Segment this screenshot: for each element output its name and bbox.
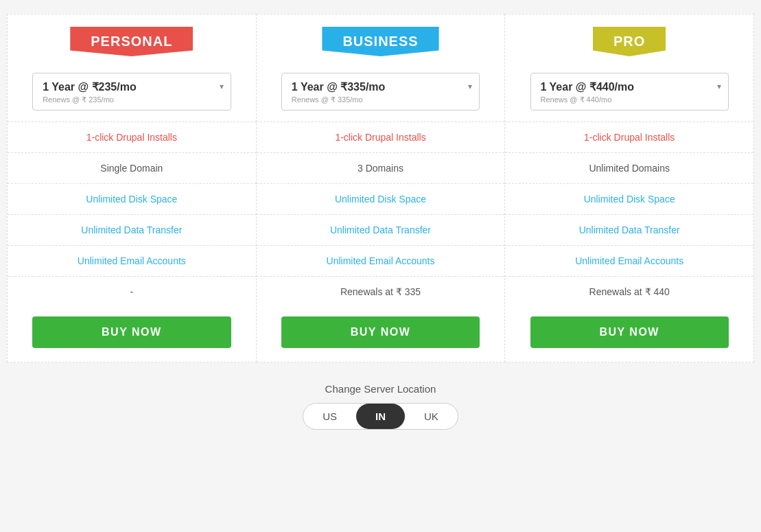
feature-row-personal-1: Single Domain (8, 152, 256, 183)
price-box-personal[interactable]: 1 Year @ ₹235/moRenews @ ₹ 235/mo▾ (32, 73, 231, 111)
badge-pro: PRO (593, 27, 666, 56)
buy-now-button-pro[interactable]: BUY NOW (530, 316, 729, 348)
plan-column-business: BUSINESS1 Year @ ₹335/moRenews @ ₹ 335/m… (257, 14, 506, 362)
plans-container: PERSONAL1 Year @ ₹235/moRenews @ ₹ 235/m… (7, 14, 754, 362)
badge-wrapper-personal: PERSONAL (8, 14, 256, 66)
buy-now-button-business[interactable]: BUY NOW (281, 316, 480, 348)
dropdown-arrow-pro[interactable]: ▾ (717, 82, 721, 91)
feature-row-pro-4: Unlimited Email Accounts (505, 245, 753, 276)
badge-wrapper-business: BUSINESS (257, 14, 505, 66)
feature-row-business-2: Unlimited Disk Space (257, 183, 505, 214)
buy-btn-wrapper-business: BUY NOW (281, 316, 480, 348)
location-btn-uk[interactable]: UK (405, 404, 458, 429)
location-btn-in[interactable]: IN (356, 404, 405, 429)
location-btn-us[interactable]: US (303, 404, 356, 429)
renews-line-personal: Renews @ ₹ 235/mo (43, 95, 220, 104)
feature-row-business-3: Unlimited Data Transfer (257, 214, 505, 245)
feature-row-pro-5: Renewals at ₹ 440 (505, 276, 753, 307)
plan-column-personal: PERSONAL1 Year @ ₹235/moRenews @ ₹ 235/m… (7, 14, 257, 362)
feature-row-personal-0: 1-click Drupal Installs (8, 122, 256, 152)
feature-row-personal-5: - (8, 276, 256, 307)
price-box-business[interactable]: 1 Year @ ₹335/moRenews @ ₹ 335/mo▾ (281, 73, 480, 111)
buy-btn-wrapper-pro: BUY NOW (530, 316, 729, 348)
price-box-wrapper-business: 1 Year @ ₹335/moRenews @ ₹ 335/mo▾ (281, 73, 480, 111)
feature-row-pro-1: Unlimited Domains (505, 152, 753, 183)
feature-row-pro-3: Unlimited Data Transfer (505, 214, 753, 245)
dropdown-arrow-personal[interactable]: ▾ (220, 82, 224, 91)
dropdown-arrow-business[interactable]: ▾ (468, 82, 472, 91)
renews-line-business: Renews @ ₹ 335/mo (292, 95, 469, 104)
renews-line-pro: Renews @ ₹ 440/mo (541, 95, 718, 104)
feature-row-business-5: Renewals at ₹ 335 (257, 276, 505, 307)
feature-row-personal-2: Unlimited Disk Space (8, 183, 256, 214)
location-toggle: USINUK (303, 403, 458, 430)
buy-btn-wrapper-personal: BUY NOW (32, 316, 231, 348)
feature-row-personal-3: Unlimited Data Transfer (8, 214, 256, 245)
buy-now-button-personal[interactable]: BUY NOW (32, 316, 231, 348)
price-line-pro: 1 Year @ ₹440/mo (541, 80, 718, 93)
plan-column-pro: PRO1 Year @ ₹440/moRenews @ ₹ 440/mo▾1-c… (505, 14, 754, 362)
feature-row-personal-4: Unlimited Email Accounts (8, 245, 256, 276)
price-line-personal: 1 Year @ ₹235/mo (43, 80, 220, 93)
feature-row-business-0: 1-click Drupal Installs (257, 122, 505, 152)
feature-row-business-1: 3 Domains (257, 152, 505, 183)
badge-business: BUSINESS (322, 27, 438, 56)
price-line-business: 1 Year @ ₹335/mo (292, 80, 469, 93)
price-box-wrapper-pro: 1 Year @ ₹440/moRenews @ ₹ 440/mo▾ (530, 73, 729, 111)
price-box-pro[interactable]: 1 Year @ ₹440/moRenews @ ₹ 440/mo▾ (530, 73, 729, 111)
bottom-section: Change Server Location USINUK (303, 383, 458, 430)
price-box-wrapper-personal: 1 Year @ ₹235/moRenews @ ₹ 235/mo▾ (32, 73, 231, 111)
feature-row-pro-2: Unlimited Disk Space (505, 183, 753, 214)
change-server-label: Change Server Location (303, 383, 458, 395)
feature-row-business-4: Unlimited Email Accounts (257, 245, 505, 276)
badge-wrapper-pro: PRO (505, 14, 753, 66)
feature-row-pro-0: 1-click Drupal Installs (505, 122, 753, 152)
badge-personal: PERSONAL (70, 27, 193, 56)
